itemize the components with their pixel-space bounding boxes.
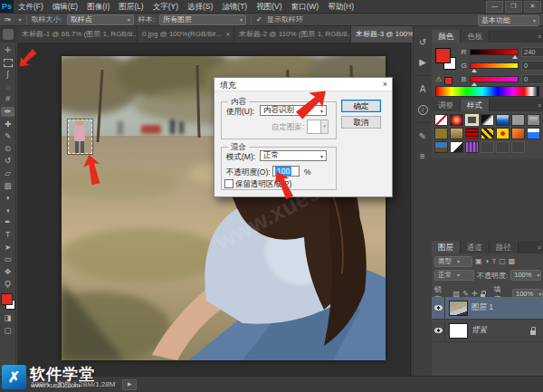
visibility-toggle[interactable] [432, 320, 445, 341]
style-swatch[interactable] [527, 114, 540, 126]
tab-styles[interactable]: 样式 [461, 99, 490, 111]
menu-layer[interactable]: 图层(L) [114, 0, 148, 13]
style-swatch[interactable] [450, 141, 463, 153]
menu-view[interactable]: 视图(V) [252, 0, 286, 13]
maximize-button[interactable]: ❐ [505, 1, 522, 13]
foreground-color-swatch[interactable] [1, 293, 13, 305]
document-tab[interactable]: 未标题-2 @ 110% (图层 1, RGB/8...× [234, 26, 351, 43]
menu-file[interactable]: 文件(F) [14, 0, 48, 13]
style-swatch[interactable] [434, 128, 448, 139]
layer-row-background[interactable]: 背景 [432, 320, 543, 342]
tab-adjustments[interactable]: 调整 [432, 99, 461, 111]
screen-mode-button[interactable]: ▢ [1, 326, 14, 336]
style-swatch[interactable] [496, 114, 510, 126]
brush-panel-icon[interactable]: ✎ [415, 129, 431, 143]
close-button[interactable]: ✕ [524, 1, 541, 13]
chevron-down-icon[interactable]: ▾ [19, 16, 22, 23]
green-slider[interactable] [470, 62, 519, 69]
tab-swatches[interactable]: 色板 [461, 30, 490, 43]
layer-name[interactable]: 背景 [472, 325, 487, 336]
panel-menu-icon[interactable]: ≡ [538, 33, 541, 40]
layer-thumbnail[interactable] [449, 323, 468, 339]
filter-type-dropdown[interactable]: 类型▾ [434, 256, 472, 267]
blue-slider[interactable] [470, 76, 519, 82]
gamut-swatch[interactable] [444, 77, 452, 85]
marquee-tool[interactable] [1, 58, 14, 68]
zoom-tool[interactable]: Ϙ [1, 279, 14, 289]
panel-menu-icon[interactable]: ≡ [538, 102, 541, 109]
use-dropdown[interactable]: 内容识别▾ [260, 105, 327, 116]
history-panel-icon[interactable]: ↺ [415, 35, 431, 49]
menu-help[interactable]: 帮助(H) [323, 0, 358, 13]
style-swatch-empty[interactable] [511, 141, 525, 153]
red-slider[interactable] [470, 49, 519, 55]
style-swatch[interactable] [496, 128, 510, 139]
visibility-toggle[interactable] [432, 297, 445, 319]
eraser-tool[interactable]: ▱ [1, 168, 14, 178]
style-swatch[interactable] [481, 114, 494, 126]
dodge-tool[interactable]: ◖ [1, 206, 14, 215]
filter-type-icon[interactable]: T [491, 257, 496, 266]
hand-tool[interactable]: ✥ [1, 267, 14, 277]
layer-thumbnail[interactable] [449, 301, 468, 316]
dialog-title-bar[interactable]: 填充 × [214, 78, 392, 91]
tab-paths[interactable]: 路径 [490, 241, 519, 253]
presets-panel-icon[interactable]: ≡ [415, 149, 431, 163]
menu-window[interactable]: 窗口(W) [287, 0, 324, 13]
red-value[interactable]: 240 [521, 47, 543, 57]
minimize-button[interactable]: — [486, 1, 503, 13]
path-select-tool[interactable]: ➤ [1, 243, 14, 253]
opacity-input[interactable]: 100 [272, 166, 300, 177]
menu-edit[interactable]: 编辑(E) [48, 0, 82, 13]
layer-row-selected[interactable]: 图层 1 [432, 297, 543, 320]
shape-tool[interactable]: ▭ [1, 254, 14, 264]
menu-filter[interactable]: 滤镜(T) [217, 0, 252, 13]
menu-select[interactable]: 选择(S) [183, 0, 217, 13]
filter-smart-icon[interactable]: ▩ [509, 257, 516, 266]
filter-shape-icon[interactable]: ▢ [499, 257, 506, 266]
document-tab[interactable]: 未标题-1 @ 66.7% (图层 1, RGB/8...× [17, 26, 138, 43]
healing-brush-tool[interactable]: ✚ [1, 120, 14, 129]
crop-tool[interactable]: # [1, 94, 14, 104]
style-swatch[interactable] [465, 141, 479, 153]
ok-button[interactable]: 确定 [341, 100, 381, 112]
type-tool[interactable]: T [1, 230, 14, 240]
pen-tool[interactable]: ✒ [1, 217, 14, 227]
blur-tool[interactable]: ◗ [1, 193, 14, 203]
tab-layers[interactable]: 图层 [432, 241, 461, 253]
quick-select-tool[interactable]: ◌ [1, 82, 14, 92]
cancel-button[interactable]: 取消 [341, 116, 381, 129]
workspace-dropdown[interactable]: 基本功能▾ [478, 15, 539, 26]
gradient-tool[interactable]: ▧ [1, 181, 14, 191]
foreground-color-swatch[interactable] [435, 48, 451, 63]
info-panel-icon[interactable]: i [415, 102, 431, 116]
sample-dropdown[interactable]: 所有图层▾ [159, 14, 246, 25]
eyedropper-icon[interactable]: ✑ [5, 15, 12, 24]
layer-opacity-dropdown[interactable]: 100%▾ [510, 270, 541, 281]
brush-tool[interactable]: ✎ [1, 131, 14, 141]
color-swatches[interactable] [1, 293, 15, 310]
checkbox-checked-icon[interactable]: ✓ [256, 15, 262, 24]
actions-panel-icon[interactable]: ▶ [415, 55, 431, 69]
style-swatch[interactable] [511, 128, 525, 139]
style-swatch[interactable] [511, 114, 525, 126]
eyedropper-tool[interactable]: ✑ [1, 107, 14, 117]
clone-stamp-tool[interactable]: ⊙ [1, 144, 14, 154]
move-tool[interactable]: ✛ [1, 45, 14, 55]
status-menu-icon[interactable]: ▶ [122, 379, 137, 390]
tab-color[interactable]: 颜色 [432, 30, 461, 43]
sample-size-dropdown[interactable]: 取样点▾ [67, 14, 134, 25]
menu-type[interactable]: 文字(Y) [148, 0, 183, 13]
gamut-warning-icon[interactable]: ⚠ [435, 75, 442, 83]
tab-channels[interactable]: 通道 [461, 241, 490, 253]
filter-adjustment-icon[interactable]: ◑ [485, 257, 490, 266]
layer-name[interactable]: 图层 1 [472, 302, 493, 313]
dialog-close-icon[interactable]: × [383, 80, 387, 89]
style-swatch-empty[interactable] [496, 141, 510, 153]
style-swatch[interactable] [434, 141, 448, 153]
color-spectrum-ramp[interactable] [435, 86, 539, 97]
preserve-transparency-checkbox[interactable] [224, 179, 233, 188]
history-brush-tool[interactable]: ↺ [1, 156, 14, 166]
lasso-tool[interactable]: ʃ [1, 70, 14, 80]
mode-dropdown[interactable]: 正常▾ [260, 150, 327, 161]
